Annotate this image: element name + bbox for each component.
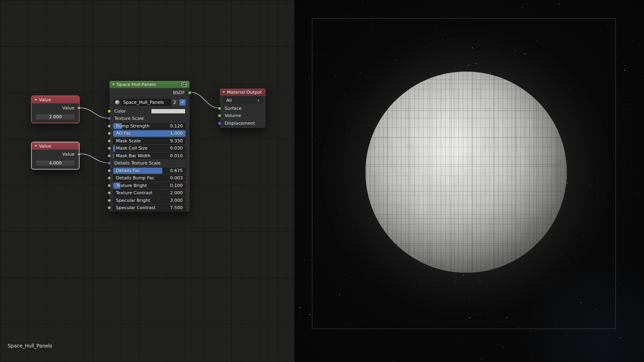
slider-mask-cell-size[interactable]: Mask Cell Size 0.030 (113, 145, 186, 152)
group-name-text[interactable]: Space_Hull_Panels (121, 100, 171, 105)
input-row-mask-scale: Mask Scale 9.330 (109, 137, 190, 145)
input-row-texture-scale: Texture Scale (109, 115, 190, 123)
socket-value-input[interactable] (107, 191, 111, 195)
value-output-row: Value (32, 103, 79, 112)
input-row-details-fac: Details Fac 0.675 (109, 167, 190, 175)
socket-value-output[interactable] (77, 152, 81, 156)
slider-ao-fac[interactable]: AO Fac 1.000 (113, 130, 186, 137)
value-field[interactable]: 4.000 (35, 160, 75, 167)
input-row-specular-contrast: Specular Contrast 7.500 (109, 204, 190, 212)
group-name-row: Space_Hull_Panels 2 (109, 97, 190, 107)
socket-value-input[interactable] (107, 199, 111, 202)
output-label: Value (62, 152, 74, 157)
slider-specular-contrast[interactable]: Specular Contrast 7.500 (113, 205, 186, 211)
socket-shader-output[interactable] (188, 91, 192, 95)
material-browse-button[interactable] (113, 99, 121, 106)
color-swatch[interactable] (151, 109, 186, 114)
material-output-header[interactable]: Material Output (220, 88, 266, 96)
slider-specular-bright[interactable]: Specular Bright 3.000 (113, 197, 186, 204)
rendered-sphere (365, 72, 567, 273)
collapse-arrow-icon[interactable] (223, 91, 225, 93)
group-node-header[interactable]: Space Hull Panels (109, 81, 190, 88)
socket-value-input[interactable] (107, 176, 111, 180)
value-node-1[interactable]: Value Value 2.000 (31, 96, 79, 123)
value-output-row: Value (32, 150, 79, 158)
node-title: Value (39, 144, 76, 149)
target-dropdown[interactable]: All (223, 97, 262, 103)
socket-vector-input[interactable] (218, 121, 221, 125)
socket-value-output[interactable] (77, 106, 81, 110)
input-row-surface: Surface (220, 105, 266, 112)
value-node-2[interactable]: Value Value 4.000 (31, 142, 79, 169)
input-row-texture-bright: Texture Bright 0.100 (109, 182, 190, 189)
value-node-1-header[interactable]: Value (32, 96, 79, 103)
slider-details-fac[interactable]: Details Fac 0.675 (113, 168, 186, 174)
input-label: Details Texture Scale (109, 160, 161, 166)
collapse-arrow-icon[interactable] (112, 84, 115, 85)
socket-value-input[interactable] (107, 132, 111, 135)
socket-value-input[interactable] (107, 169, 111, 173)
node-title: Space Hull Panels (117, 82, 180, 87)
input-row-texture-contrast: Texture Contrast 2.000 (109, 189, 190, 197)
socket-value-input[interactable] (107, 146, 111, 150)
slider-mask-scale[interactable]: Mask Scale 9.330 (113, 138, 186, 144)
socket-value-input[interactable] (107, 139, 111, 143)
input-row-details-texture-scale: Details Texture Scale (109, 160, 190, 167)
slider-bump-strength[interactable]: Bump Strength 0.120 (113, 123, 186, 130)
socket-value-input[interactable] (107, 184, 111, 187)
input-row-mask-cell-size: Mask Cell Size 0.030 (109, 145, 190, 152)
chevron-down-icon (257, 98, 259, 103)
socket-value-input[interactable] (107, 154, 111, 158)
socket-value-input[interactable] (107, 124, 111, 128)
value-node-2-header[interactable]: Value (32, 142, 79, 150)
collapse-arrow-icon[interactable] (35, 99, 37, 101)
shader-node-editor[interactable]: Value Value 2.000 Value Value 4.000 (0, 0, 295, 362)
socket-shader-input[interactable] (218, 107, 221, 110)
input-row-volume: Volume (220, 112, 266, 120)
render-preview-viewport[interactable] (295, 0, 644, 362)
node-title: Value (39, 97, 76, 103)
target-row: All (220, 96, 266, 105)
node-group-icon (182, 82, 187, 86)
group-node-space-hull-panels[interactable]: Space Hull Panels BSDF Space_Hull_Panels… (109, 80, 190, 212)
input-row-specular-bright: Specular Bright 3.000 (109, 197, 190, 204)
value-field[interactable]: 2.000 (35, 114, 75, 120)
sphere-shading (365, 72, 567, 273)
input-label: Volume (220, 113, 241, 118)
input-label: Displacement (220, 121, 255, 126)
output-label: Value (62, 105, 74, 111)
material-output-node[interactable]: Material Output All Surface Volume Displ… (219, 88, 266, 128)
slider-texture-contrast[interactable]: Texture Contrast 2.000 (113, 190, 186, 196)
fake-user-checkbox-icon[interactable] (179, 99, 186, 106)
node-title: Material Output (227, 90, 263, 95)
socket-value-input[interactable] (107, 206, 111, 210)
socket-color-input[interactable] (107, 109, 111, 113)
input-label: Color (109, 109, 126, 114)
input-label: Surface (220, 106, 242, 111)
slider-mask-bar-width[interactable]: Mask Bar Width 0.010 (113, 153, 186, 159)
collapse-arrow-icon[interactable] (35, 145, 37, 147)
output-label: BSDF (173, 90, 185, 95)
input-row-ao-fac: AO Fac 1.000 (109, 130, 190, 138)
material-preview-icon (115, 100, 120, 105)
input-row-color: Color (109, 107, 190, 115)
input-row-bump-strength: Bump Strength 0.120 (109, 122, 190, 130)
active-material-label: Space_Hull_Panels (8, 343, 52, 349)
blender-window: Value Value 2.000 Value Value 4.000 (0, 0, 644, 362)
input-label: Texture Scale (109, 116, 144, 121)
input-row-displacement: Displacement (220, 119, 266, 127)
input-row-details-bump-fac: Details Bump Fac 0.003 (109, 175, 190, 182)
slider-details-bump-fac[interactable]: Details Bump Fac 0.003 (113, 175, 186, 181)
input-row-mask-bar-width: Mask Bar Width 0.010 (109, 152, 190, 160)
slider-texture-bright[interactable]: Texture Bright 0.100 (113, 183, 186, 189)
bsdf-output-row: BSDF (109, 88, 190, 97)
user-count-badge[interactable]: 2 (171, 99, 178, 106)
group-name-field[interactable]: Space_Hull_Panels 2 (113, 99, 178, 106)
